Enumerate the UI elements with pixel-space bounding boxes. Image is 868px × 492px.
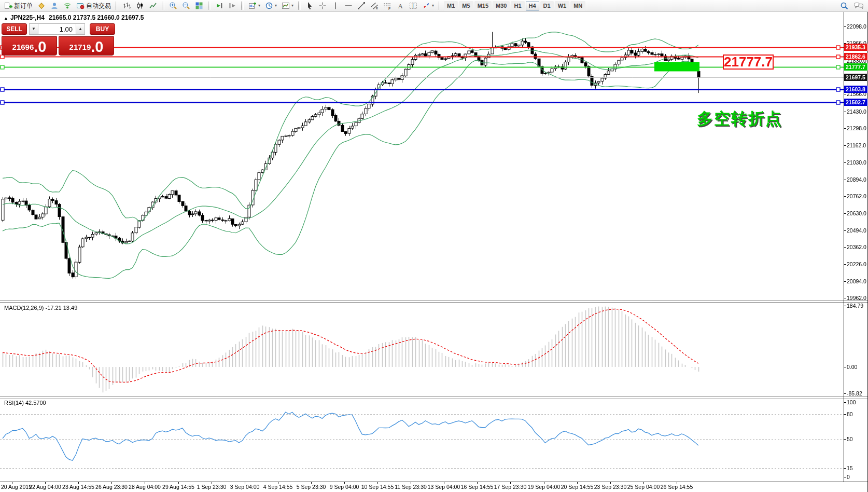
autotrading-button[interactable]: 自动交易 [74,1,113,11]
macd-tick-label: 184.79 [847,303,863,309]
fibonacci-icon: F [383,2,391,10]
chat-icon [853,2,864,10]
timeframe-d1-button[interactable]: D1 [540,1,554,11]
metaeditor-button[interactable] [35,1,48,11]
price-level-callout[interactable]: 21777.7 [723,54,774,70]
time-axis-label: 11 Sep 23:30 [395,484,427,490]
person-icon [50,2,59,10]
price-badge-21697.5: 21697.5 [844,74,867,81]
sell-price-box[interactable]: 21696.0 [2,36,57,56]
timeframe-mn-button[interactable]: MN [570,1,585,11]
one-click-trading-panel: SELL ▼ ▲ BUY 21696.0 21719.0 [2,23,115,56]
signals-button[interactable] [61,1,74,11]
volume-input[interactable] [38,23,76,35]
zoom-out-icon [182,2,190,10]
crosshair-tool-button[interactable] [316,1,329,11]
trendline-tool-button[interactable] [355,1,368,11]
timeframe-h1-button[interactable]: H1 [511,1,524,11]
candlestick-chart-button[interactable] [134,1,146,11]
timeframe-m30-button[interactable]: M30 [493,1,510,11]
community-button[interactable] [48,1,61,11]
price-tick-label: 20494.0 [847,227,866,234]
timeframe-toolbar: M1M5M15M30H1H4D1W1MN [444,1,585,11]
clock-icon [265,2,273,10]
cursor-tool-button[interactable] [303,1,316,11]
toolbar-grip [241,2,244,10]
text-tool-button[interactable]: A [394,1,407,11]
autotrading-label: 自动交易 [86,2,111,10]
time-axis-label: 20 Sep 14:55 [561,484,593,490]
volume-decrease-button[interactable]: ▼ [29,23,38,35]
time-axis-label: 19 Sep 04:00 [528,484,560,490]
templates-button[interactable]: ▾ [279,1,296,11]
rsi-tick-label: 0 [847,474,850,480]
svg-text:F: F [388,7,390,10]
svg-text:A: A [398,2,403,10]
arrows-tool-button[interactable]: ▾ [420,1,436,11]
chat-button[interactable] [851,1,866,11]
auto-scroll-button[interactable] [213,1,226,11]
time-axis-label: 10 Sep 14:55 [361,484,394,490]
time-axis-label: 26 Aug 23:30 [95,484,128,490]
periods-button[interactable]: ▾ [263,1,279,11]
volume-increase-button[interactable]: ▲ [76,23,85,35]
price-tick-label: 21430.0 [847,108,866,115]
sell-button[interactable]: SELL [2,23,27,35]
time-axis-label: 3 Sep 04:00 [230,484,260,490]
ohlc-values: 21665.0 21737.5 21660.0 21697.5 [49,14,144,21]
price-tick-label: 22098.0 [847,23,866,30]
price-badge-21777.7: 21777.7 [844,63,867,71]
timeframe-m1-button[interactable]: M1 [444,1,458,11]
buy-price-box[interactable]: 21719.0 [59,36,114,56]
bar-chart-button[interactable] [121,1,133,11]
text-label-tool-button[interactable]: T [407,1,419,11]
dropdown-caret: ▾ [275,4,277,8]
dropdown-caret: ▾ [258,4,260,8]
zoom-out-button[interactable] [180,1,192,11]
search-button[interactable] [838,1,851,11]
tile-windows-button[interactable] [193,1,205,11]
dropdown-caret: ▾ [291,4,293,8]
time-axis-label: 26 Sep 14:55 [661,484,693,490]
price-chart-canvas[interactable] [0,0,868,492]
horizontal-line-icon [344,2,353,10]
new-order-button[interactable]: 新订单 [2,1,35,11]
line-chart-button[interactable] [147,1,159,11]
timeframe-m5-button[interactable]: M5 [459,1,473,11]
sell-price-frac: .0 [34,40,46,53]
vertical-line-tool-button[interactable] [329,1,342,11]
time-axis-label: 9 Sep 04:00 [330,484,359,490]
price-tick-label: 20094.0 [847,278,866,284]
time-axis-label: 17 Sep 23:30 [494,484,526,490]
time-axis-label: 23 Sep 23:30 [594,484,626,490]
price-badge-21502.7: 21502.7 [844,99,867,106]
trendline-icon [357,2,366,10]
zoom-in-button[interactable] [167,1,179,11]
fibonacci-tool-button[interactable]: F [381,1,394,11]
mt4-terminal-window: 新订单 自动交易 [0,0,868,492]
price-badge-21935.3: 21935.3 [844,44,867,51]
rsi-tick-label: 80 [847,411,853,417]
main-toolbar: 新订单 自动交易 [0,0,868,12]
horizontal-line-tool-button[interactable] [342,1,355,11]
chart-shift-icon [228,2,236,10]
template-icon [282,2,290,10]
line-chart-icon [149,2,157,10]
price-tick-label: 20894.0 [847,176,866,183]
time-axis-label: 16 Sep 14:55 [461,484,493,490]
timeframe-m15-button[interactable]: M15 [474,1,492,11]
time-axis-label: 5 Sep 23:30 [297,484,326,490]
channel-tool-button[interactable]: E [368,1,381,11]
sell-price-int: 21696 [12,41,34,53]
turning-point-note[interactable]: 多空转折点 [697,108,782,130]
toolbar-grip [439,2,441,10]
price-tick-label: 20630.0 [847,210,866,216]
buy-price-frac: .0 [91,40,103,53]
buy-button[interactable]: BUY [90,23,115,35]
timeframe-h4-button[interactable]: H4 [526,1,539,11]
chart-shift-button[interactable] [226,1,239,11]
timeframe-w1-button[interactable]: W1 [555,1,570,11]
price-tick-label: 20762.0 [847,193,866,199]
collapse-icon[interactable]: ▲ [4,16,8,21]
new-chart-button[interactable]: ▾ [246,1,262,11]
